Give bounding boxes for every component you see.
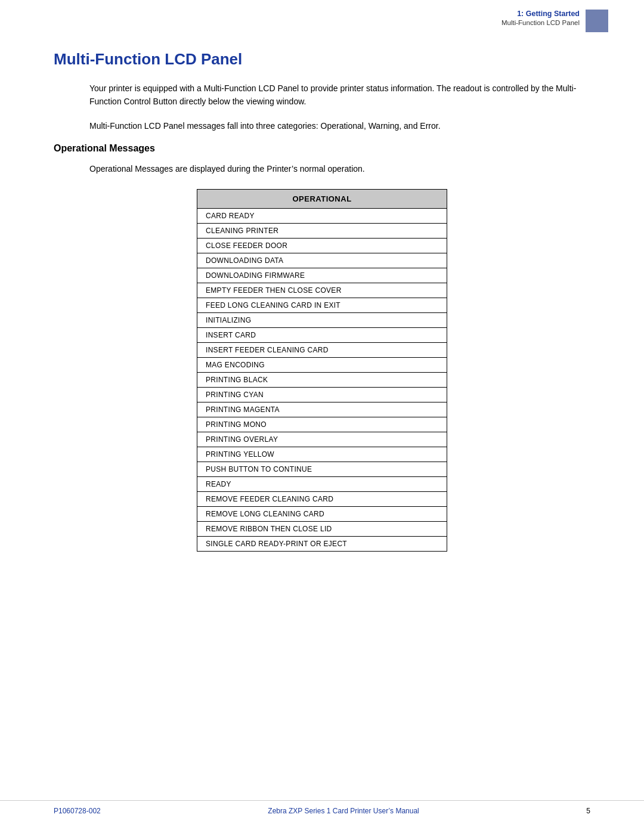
table-row: DOWNLOADING FIRMWARE xyxy=(197,268,447,283)
intro-paragraph-2: Multi-Function LCD Panel messages fall i… xyxy=(54,119,590,132)
table-row: MAG ENCODING xyxy=(197,357,447,372)
table-cell-message: FEED LONG CLEANING CARD IN EXIT xyxy=(197,298,447,312)
table-cell-message: INSERT CARD xyxy=(197,327,447,342)
table-cell-message: PRINTING MONO xyxy=(197,417,447,432)
table-row: FEED LONG CLEANING CARD IN EXIT xyxy=(197,298,447,312)
table-row: REMOVE FEEDER CLEANING CARD xyxy=(197,491,447,506)
table-cell-message: INSERT FEEDER CLEANING CARD xyxy=(197,342,447,357)
table-cell-message: CARD READY xyxy=(197,208,447,223)
table-cell-message: PRINTING MAGENTA xyxy=(197,402,447,417)
table-cell-message: PRINTING YELLOW xyxy=(197,447,447,462)
header-text-lines: 1: Getting Started Multi-Function LCD Pa… xyxy=(501,10,580,26)
table-row: CLEANING PRINTER xyxy=(197,223,447,238)
footer-page-number: 5 xyxy=(586,807,590,815)
page-footer: P1060728-002 Zebra ZXP Series 1 Card Pri… xyxy=(0,800,644,815)
header-accent-bar xyxy=(586,10,608,32)
table-cell-message: INITIALIZING xyxy=(197,312,447,327)
table-cell-message: DOWNLOADING FIRMWARE xyxy=(197,268,447,283)
operational-section-title: Operational Messages xyxy=(54,143,590,154)
table-cell-message: DOWNLOADING DATA xyxy=(197,253,447,268)
chapter-subtitle: Multi-Function LCD Panel xyxy=(501,19,580,26)
chapter-label: 1: Getting Started xyxy=(501,10,580,18)
table-row: PRINTING YELLOW xyxy=(197,447,447,462)
table-row: CLOSE FEEDER DOOR xyxy=(197,238,447,253)
page-header: 1: Getting Started Multi-Function LCD Pa… xyxy=(0,0,644,32)
footer-part-number: P1060728-002 xyxy=(54,807,101,815)
table-row: SINGLE CARD READY-PRINT OR EJECT xyxy=(197,536,447,551)
page-title: Multi-Function LCD Panel xyxy=(54,50,590,69)
table-row: PRINTING OVERLAY xyxy=(197,432,447,447)
table-cell-message: EMPTY FEEDER THEN CLOSE COVER xyxy=(197,283,447,298)
main-content: Multi-Function LCD Panel Your printer is… xyxy=(0,32,644,623)
table-cell-message: CLOSE FEEDER DOOR xyxy=(197,238,447,253)
table-cell-message: MAG ENCODING xyxy=(197,357,447,372)
table-row: INSERT FEEDER CLEANING CARD xyxy=(197,342,447,357)
table-cell-message: PUSH BUTTON TO CONTINUE xyxy=(197,462,447,476)
page-container: 1: Getting Started Multi-Function LCD Pa… xyxy=(0,0,644,833)
operational-section-intro: Operational Messages are displayed durin… xyxy=(54,162,590,175)
table-header: Operational xyxy=(197,189,447,208)
table-row: PUSH BUTTON TO CONTINUE xyxy=(197,462,447,476)
table-row: PRINTING BLACK xyxy=(197,372,447,387)
table-cell-message: REMOVE LONG CLEANING CARD xyxy=(197,506,447,521)
intro-paragraph-1: Your printer is equipped with a Multi-Fu… xyxy=(54,82,590,109)
table-cell-message: REMOVE FEEDER CLEANING CARD xyxy=(197,491,447,506)
operational-table-wrapper: Operational CARD READYCLEANING PRINTERCL… xyxy=(54,189,590,552)
operational-table: Operational CARD READYCLEANING PRINTERCL… xyxy=(197,189,447,552)
table-row: CARD READY xyxy=(197,208,447,223)
table-row: PRINTING MONO xyxy=(197,417,447,432)
header-right-section: 1: Getting Started Multi-Function LCD Pa… xyxy=(501,10,608,32)
table-row: REMOVE LONG CLEANING CARD xyxy=(197,506,447,521)
table-row: REMOVE RIBBON THEN CLOSE LID xyxy=(197,521,447,536)
table-cell-message: REMOVE RIBBON THEN CLOSE LID xyxy=(197,521,447,536)
table-row: EMPTY FEEDER THEN CLOSE COVER xyxy=(197,283,447,298)
table-cell-message: PRINTING OVERLAY xyxy=(197,432,447,447)
table-cell-message: PRINTING CYAN xyxy=(197,387,447,402)
table-cell-message: SINGLE CARD READY-PRINT OR EJECT xyxy=(197,536,447,551)
table-row: INITIALIZING xyxy=(197,312,447,327)
table-row: PRINTING CYAN xyxy=(197,387,447,402)
table-cell-message: READY xyxy=(197,476,447,491)
table-cell-message: CLEANING PRINTER xyxy=(197,223,447,238)
table-row: PRINTING MAGENTA xyxy=(197,402,447,417)
footer-title: Zebra ZXP Series 1 Card Printer User’s M… xyxy=(268,807,419,815)
table-cell-message: PRINTING BLACK xyxy=(197,372,447,387)
table-row: DOWNLOADING DATA xyxy=(197,253,447,268)
table-row: READY xyxy=(197,476,447,491)
table-row: INSERT CARD xyxy=(197,327,447,342)
